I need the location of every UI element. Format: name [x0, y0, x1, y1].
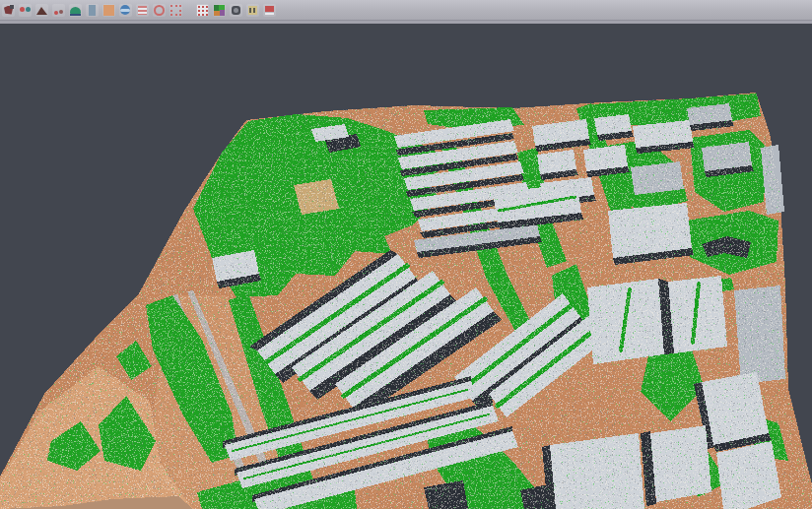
grid-sample-icon[interactable]: [196, 4, 209, 17]
flag-report-icon[interactable]: [263, 4, 276, 17]
attribute-table-icon[interactable]: [246, 4, 259, 17]
3d-viewport[interactable]: [0, 0, 812, 509]
ground-points-icon[interactable]: [52, 4, 65, 17]
scene-svg[interactable]: [0, 0, 812, 509]
terrain-icon[interactable]: [35, 4, 48, 17]
application-window: [0, 0, 812, 509]
target-ring-icon[interactable]: [153, 4, 166, 17]
toolbar: [0, 0, 812, 21]
snapshot-icon[interactable]: [230, 4, 242, 17]
globe-icon[interactable]: [119, 4, 132, 17]
vegetation-icon[interactable]: [69, 4, 82, 17]
class-list-icon[interactable]: [136, 4, 149, 17]
column-view-icon[interactable]: [86, 4, 99, 17]
selection-extent-icon[interactable]: [169, 4, 182, 17]
classified-cloud-icon[interactable]: [213, 4, 226, 17]
ground-class-icon[interactable]: [102, 4, 115, 17]
classify-by-class-icon[interactable]: [2, 4, 15, 17]
pointcloud-noise: [0, 0, 812, 509]
class-points-icon[interactable]: [19, 4, 32, 17]
